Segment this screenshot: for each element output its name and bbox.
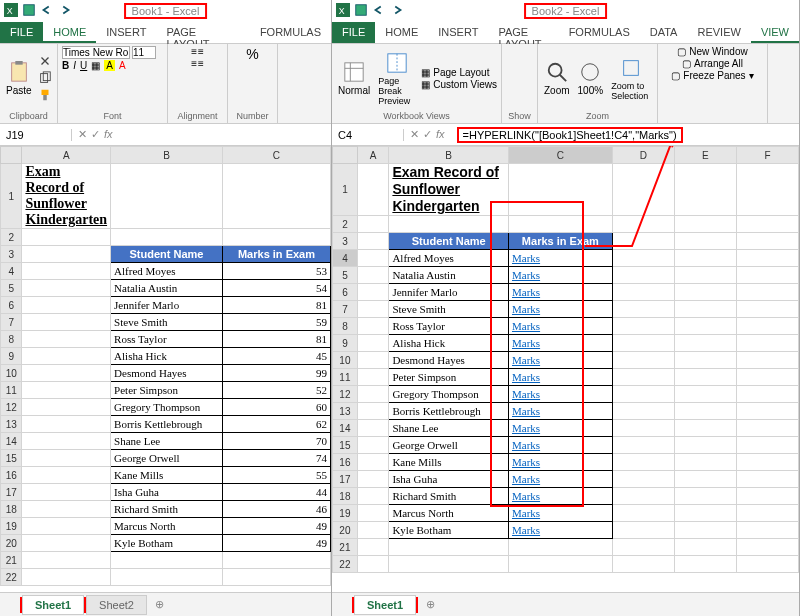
marks-link-cell[interactable]: Marks: [508, 335, 612, 352]
page-break-button[interactable]: Page Break Preview: [376, 50, 417, 108]
marks-link-cell[interactable]: Marks: [508, 267, 612, 284]
colhdr-c[interactable]: C: [222, 147, 330, 164]
align-middle-icon[interactable]: ≡: [198, 46, 204, 57]
student-name-cell[interactable]: Alfred Moyes: [111, 263, 223, 280]
colhdr-b2[interactable]: B: [389, 147, 509, 164]
hdr-student-2[interactable]: Student Name: [389, 233, 509, 250]
arrange-all-button[interactable]: ▢ Arrange All: [682, 58, 743, 69]
marks-link-cell[interactable]: Marks: [508, 352, 612, 369]
fx-icon[interactable]: fx: [104, 128, 113, 141]
marks-link-cell[interactable]: Marks: [508, 250, 612, 267]
tab-formulas[interactable]: FORMULAS: [250, 22, 331, 43]
student-name-cell[interactable]: Isha Guha: [111, 484, 223, 501]
redo-icon[interactable]: [58, 3, 72, 19]
student-name-cell[interactable]: Desmond Hayes: [389, 352, 509, 369]
student-name-cell[interactable]: Isha Guha: [389, 471, 509, 488]
font-size-input[interactable]: [132, 46, 156, 59]
student-name-cell[interactable]: Kyle Botham: [111, 535, 223, 552]
marks-link-cell[interactable]: Marks: [508, 471, 612, 488]
sheet-tab-sheet2[interactable]: Sheet2: [86, 595, 147, 615]
student-name-cell[interactable]: Kyle Botham: [389, 522, 509, 539]
student-name-cell[interactable]: Steve Smith: [389, 301, 509, 318]
custom-views-button[interactable]: ▦ Custom Views: [421, 79, 497, 90]
fill-color-button[interactable]: A: [104, 60, 115, 71]
student-name-cell[interactable]: Marcus North: [111, 518, 223, 535]
italic-button[interactable]: I: [73, 60, 76, 71]
tab-formulas-2[interactable]: FORMULAS: [559, 22, 640, 43]
colhdr-e2[interactable]: E: [674, 147, 736, 164]
marks-link-cell[interactable]: Marks: [508, 318, 612, 335]
colhdr-f2[interactable]: F: [736, 147, 798, 164]
border-button[interactable]: ▦: [91, 60, 100, 71]
student-name-cell[interactable]: Steve Smith: [111, 314, 223, 331]
tab-view-2[interactable]: VIEW: [751, 22, 799, 43]
tab-data-2[interactable]: DATA: [640, 22, 688, 43]
student-name-cell[interactable]: Richard Smith: [389, 488, 509, 505]
student-name-cell[interactable]: Borris Kettlebrough: [389, 403, 509, 420]
student-name-cell[interactable]: Natalia Austin: [111, 280, 223, 297]
new-window-button[interactable]: ▢ New Window: [677, 46, 747, 57]
marks-link-cell[interactable]: Marks: [508, 454, 612, 471]
marks-cell[interactable]: 62: [222, 416, 330, 433]
colhdr-a2[interactable]: A: [357, 147, 389, 164]
student-name-cell[interactable]: Alisha Hick: [389, 335, 509, 352]
enter-formula-icon[interactable]: ✓: [423, 128, 432, 141]
underline-button[interactable]: U: [80, 60, 87, 71]
marks-link-cell[interactable]: Marks: [508, 301, 612, 318]
student-name-cell[interactable]: Richard Smith: [111, 501, 223, 518]
title-cell-2[interactable]: [357, 164, 389, 216]
align-top-icon[interactable]: ≡: [191, 46, 197, 57]
marks-link-cell[interactable]: Marks: [508, 403, 612, 420]
marks-link-cell[interactable]: Marks: [508, 386, 612, 403]
marks-cell[interactable]: 70: [222, 433, 330, 450]
cancel-formula-icon[interactable]: ✕: [78, 128, 87, 141]
student-name-cell[interactable]: Gregory Thompson: [111, 399, 223, 416]
marks-link-cell[interactable]: Marks: [508, 437, 612, 454]
cut-icon[interactable]: [38, 54, 52, 70]
save-icon[interactable]: [22, 3, 36, 19]
tab-page-layout-2[interactable]: PAGE LAYOUT: [488, 22, 558, 43]
colhdr-a[interactable]: A: [22, 147, 111, 164]
tab-insert[interactable]: INSERT: [96, 22, 156, 43]
student-name-cell[interactable]: Marcus North: [389, 505, 509, 522]
hdr-marks[interactable]: Marks in Exam: [222, 246, 330, 263]
marks-cell[interactable]: 99: [222, 365, 330, 382]
marks-cell[interactable]: 49: [222, 535, 330, 552]
select-all-corner[interactable]: [333, 147, 358, 164]
namebox-2[interactable]: C4: [332, 129, 404, 141]
student-name-cell[interactable]: Peter Simpson: [389, 369, 509, 386]
copy-icon[interactable]: [38, 71, 52, 87]
student-name-cell[interactable]: Ross Taylor: [111, 331, 223, 348]
student-name-cell[interactable]: Shane Lee: [389, 420, 509, 437]
bold-button[interactable]: B: [62, 60, 69, 71]
student-name-cell[interactable]: Desmond Hayes: [111, 365, 223, 382]
student-name-cell[interactable]: Kane Mills: [111, 467, 223, 484]
marks-link-cell[interactable]: Marks: [508, 369, 612, 386]
zoom-100-button[interactable]: 100%: [576, 59, 606, 98]
enter-formula-icon[interactable]: ✓: [91, 128, 100, 141]
sheet-tab-sheet1-2[interactable]: Sheet1: [354, 595, 416, 615]
namebox-1[interactable]: J19: [0, 129, 72, 141]
colhdr-d2[interactable]: D: [612, 147, 674, 164]
fx-icon[interactable]: fx: [436, 128, 445, 141]
marks-cell[interactable]: 81: [222, 297, 330, 314]
marks-cell[interactable]: 55: [222, 467, 330, 484]
zoom-selection-button[interactable]: Zoom to Selection: [609, 55, 653, 103]
formula-bar-2[interactable]: =HYPERLINK("[Book1]Sheet1!C4","Marks"): [451, 129, 799, 141]
student-name-cell[interactable]: Gregory Thompson: [389, 386, 509, 403]
student-name-cell[interactable]: Kane Mills: [389, 454, 509, 471]
marks-cell[interactable]: 74: [222, 450, 330, 467]
student-name-cell[interactable]: Borris Kettlebrough: [111, 416, 223, 433]
student-name-cell[interactable]: Jennifer Marlo: [389, 284, 509, 301]
colhdr-b[interactable]: B: [111, 147, 223, 164]
zoom-button[interactable]: Zoom: [542, 59, 572, 98]
marks-cell[interactable]: 54: [222, 280, 330, 297]
hdr-marks-2[interactable]: Marks in Exam: [508, 233, 612, 250]
student-name-cell[interactable]: George Orwell: [111, 450, 223, 467]
student-name-cell[interactable]: Natalia Austin: [389, 267, 509, 284]
tab-file[interactable]: FILE: [0, 22, 43, 43]
align-left-icon[interactable]: ≡: [191, 58, 197, 69]
marks-cell[interactable]: 81: [222, 331, 330, 348]
student-name-cell[interactable]: George Orwell: [389, 437, 509, 454]
tab-insert-2[interactable]: INSERT: [428, 22, 488, 43]
